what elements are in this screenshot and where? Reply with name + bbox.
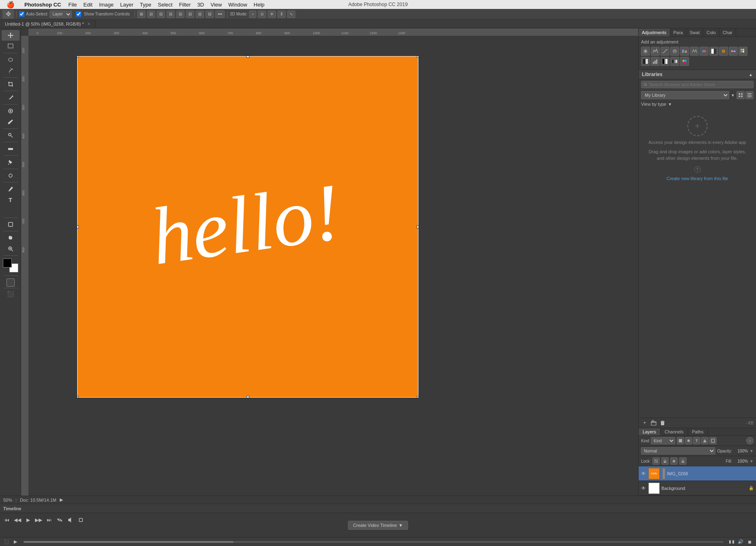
timeline-bottom-icon2[interactable]: ▶ [12, 539, 19, 545]
foreground-color-swatch[interactable] [3, 259, 12, 268]
align-bottom-btn[interactable]: ⊟ [186, 11, 194, 18]
show-transform-checkbox[interactable] [76, 11, 81, 17]
status-arrow[interactable]: ▶ [60, 497, 63, 502]
auto-select-checkbox[interactable] [19, 11, 24, 17]
adj-invert[interactable] [641, 57, 650, 66]
align-top-btn[interactable]: ⊟ [167, 11, 175, 18]
lasso-tool[interactable] [2, 54, 19, 65]
lock-transparent-btn[interactable] [652, 457, 660, 465]
timeline-settings-btn[interactable] [77, 516, 84, 524]
layer-row-background[interactable]: 👁 Background 🔒 [639, 481, 756, 496]
menu-item-layer[interactable]: Layer [117, 1, 137, 9]
tab-colo[interactable]: Colo [703, 28, 719, 37]
text-tool[interactable]: T [2, 195, 19, 205]
shape-tool[interactable] [2, 219, 19, 230]
3d-pan-btn[interactable]: ✛ [268, 11, 276, 18]
menu-item-view[interactable]: View [207, 1, 225, 9]
path-select-tool[interactable] [2, 206, 19, 216]
hand-tool[interactable] [2, 233, 19, 243]
adj-brightness[interactable] [641, 47, 650, 56]
tab-channels[interactable]: Channels [661, 428, 688, 435]
library-select[interactable]: My Library [641, 91, 729, 99]
color-swatches[interactable] [3, 259, 18, 272]
menu-item-help[interactable]: Help [250, 1, 268, 9]
tab-char[interactable]: Char [719, 28, 736, 37]
new-layer-btn[interactable]: + [641, 419, 648, 426]
magic-wand-tool[interactable] [2, 65, 19, 76]
tab-swat[interactable]: Swat [687, 28, 703, 37]
menu-item-select[interactable]: Select [154, 1, 175, 9]
menu-item-file[interactable]: File [65, 1, 80, 9]
filter-adjust-btn[interactable] [685, 437, 692, 444]
menu-item-3d[interactable]: 3D [194, 1, 208, 9]
adj-color-balance[interactable] [700, 47, 708, 56]
brush-tool[interactable] [2, 117, 19, 127]
timeline-bottom-icon5[interactable]: ⏹ [746, 539, 753, 545]
timeline-skip-end-btn[interactable]: ⏭ [45, 516, 53, 524]
filter-pixel-btn[interactable] [677, 437, 684, 444]
quick-mask-btn[interactable] [6, 278, 15, 287]
menu-item-filter[interactable]: Filter [176, 1, 194, 9]
move-tool[interactable] [2, 30, 19, 41]
clone-tool[interactable] [2, 130, 19, 141]
dist-h-btn[interactable]: ⊟ [196, 11, 204, 18]
blend-mode-select[interactable]: Normal Dissolve Multiply Screen Overlay [641, 447, 715, 455]
library-create-link[interactable]: Create new library from this file [667, 176, 728, 181]
transform-handle-tl[interactable] [77, 56, 79, 58]
adj-levels[interactable] [651, 47, 660, 56]
blur-tool[interactable] [2, 170, 19, 181]
timeline-next-btn[interactable]: ▶▶ [35, 516, 42, 524]
crop-tool[interactable] [2, 79, 19, 89]
pen-tool[interactable] [2, 184, 19, 194]
transform-handle-bl[interactable] [77, 396, 79, 398]
tab-adjustments[interactable]: Adjustments [639, 28, 670, 37]
adj-photo-filter[interactable] [719, 47, 728, 56]
align-right-btn[interactable]: ⊟ [157, 11, 165, 18]
timeline-bottom-icon1[interactable]: ⬛ [3, 539, 10, 545]
auto-select-type-select[interactable]: Layer Group [50, 11, 72, 18]
adj-exposure[interactable] [670, 47, 679, 56]
layer-eye-img0268[interactable]: 👁 [641, 471, 647, 476]
opacity-expand-icon[interactable]: ▼ [750, 449, 754, 453]
timeline-bottom-icon3[interactable] [728, 539, 735, 545]
tab-layers[interactable]: Layers [639, 428, 661, 435]
adj-posterize[interactable] [651, 57, 660, 66]
zoom-tool[interactable] [2, 244, 19, 254]
filter-select[interactable]: Kind Name Effect Mode Attribute Color [651, 437, 675, 444]
canvas-area[interactable]: 0 100 200 300 400 500 600 700 800 900 10… [21, 28, 638, 496]
libraries-search-bar[interactable] [641, 81, 754, 88]
select-tool[interactable] [2, 41, 19, 52]
menu-item-window[interactable]: Window [225, 1, 250, 9]
lock-all-btn[interactable] [679, 457, 687, 465]
tab-para[interactable]: Para [670, 28, 687, 37]
3d-roll-btn[interactable]: ⊙ [258, 11, 266, 18]
library-add-btn[interactable]: + [687, 116, 708, 136]
canvas-viewport[interactable]: hello! [28, 36, 638, 496]
align-center-h-btn[interactable]: ⊟ [147, 11, 155, 18]
filter-smart-btn[interactable] [709, 437, 717, 444]
adj-selective-color[interactable] [680, 57, 689, 66]
tab-paths[interactable]: Paths [688, 428, 708, 435]
3d-orbit-btn[interactable]: ○ [249, 11, 256, 18]
libraries-search-input[interactable] [649, 82, 751, 87]
align-left-btn[interactable]: ⊞ [137, 11, 145, 18]
eyedropper-tool[interactable] [2, 92, 19, 103]
libraries-expand-icon[interactable]: ▲ [749, 72, 753, 77]
3d-slide-btn[interactable]: ⇕ [277, 11, 286, 18]
healing-tool[interactable] [2, 106, 19, 116]
library-help-icon[interactable]: ? [694, 166, 701, 173]
transform-handle-tc[interactable] [246, 56, 249, 58]
timeline-scrubber[interactable] [24, 541, 724, 543]
menu-item-image[interactable]: Image [96, 1, 117, 9]
document-tab[interactable]: Untitled-1 @ 50% (IMG_0268, RGB/8) * ✕ [0, 20, 96, 28]
adj-threshold[interactable] [661, 57, 669, 66]
timeline-create-btn[interactable]: Create Video Timeline ▼ [348, 521, 408, 530]
transform-handle-br[interactable] [417, 396, 418, 398]
tab-close-btn[interactable]: ✕ [87, 22, 91, 26]
timeline-skip-start-btn[interactable]: ⏮ [3, 516, 11, 524]
timeline-play-btn[interactable]: ▶ [24, 516, 32, 524]
view-grid-btn[interactable] [737, 91, 745, 99]
3d-scale-btn[interactable]: ⤡ [287, 11, 295, 18]
view-list-btn[interactable] [745, 91, 754, 99]
lock-image-btn[interactable] [661, 457, 669, 465]
